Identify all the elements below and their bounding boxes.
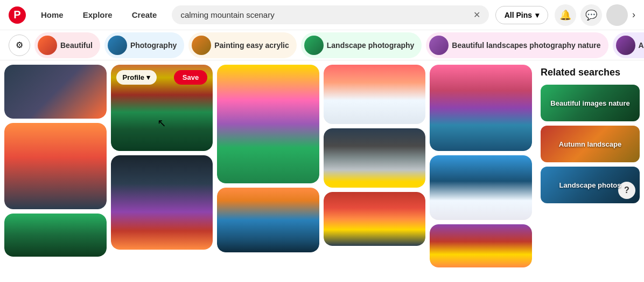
pin-card[interactable] <box>430 224 532 267</box>
related-searches-title: Related searches <box>541 65 640 80</box>
filter-chip-beautiful-nature[interactable]: Beautiful landscapes photography nature <box>426 32 608 58</box>
related-card-nature[interactable]: Beautiful images nature <box>541 85 640 121</box>
filter-chip-beautiful-nature-label: Beautiful landscapes photography nature <box>452 41 600 50</box>
pin-card[interactable] <box>324 65 426 124</box>
all-pins-button[interactable]: All Pins ▾ <box>495 6 548 24</box>
avatar-button[interactable] <box>606 4 628 26</box>
pin-profile-chevron: ▾ <box>146 73 150 81</box>
filter-chip-beautiful[interactable]: Beautiful <box>34 32 100 58</box>
notification-icon: 🔔 <box>559 9 571 21</box>
pins-grid: Profile ▾ Save ↖ <box>0 60 536 282</box>
grid-col-2: Profile ▾ Save ↖ <box>111 65 213 278</box>
nav-explore[interactable]: Explore <box>74 6 121 24</box>
pin-card[interactable] <box>4 123 107 209</box>
grid-col-4 <box>324 65 426 278</box>
related-card-landscape[interactable]: Landscape photos ? <box>541 167 640 203</box>
related-card-autumn[interactable]: Autumn landscape <box>541 126 640 162</box>
message-icon: 💬 <box>585 9 597 21</box>
main-content: Profile ▾ Save ↖ <box>0 60 644 282</box>
header-icons: 🔔 💬 › <box>555 4 635 26</box>
all-pins-chevron-icon: ▾ <box>535 11 539 19</box>
related-card-autumn-label: Autumn landscape <box>559 140 621 148</box>
filter-chip-landscape[interactable]: Landscape photography <box>301 32 422 58</box>
search-input[interactable] <box>180 10 468 19</box>
notification-button[interactable]: 🔔 <box>555 4 576 26</box>
pin-card[interactable] <box>430 65 532 151</box>
related-card-nature-label: Beautiful images nature <box>550 99 629 107</box>
search-clear-icon[interactable]: ✕ <box>473 10 480 20</box>
nav-home[interactable]: Home <box>32 6 72 24</box>
related-card-landscape-label: Landscape photos <box>559 181 621 189</box>
filter-chip-painting[interactable]: Painting easy acrylic <box>188 32 297 58</box>
pin-card[interactable] <box>324 128 426 188</box>
filter-icon: ⚙ <box>16 40 23 50</box>
filter-bar: ⚙ Beautiful Photography Painting easy ac… <box>0 30 644 60</box>
pin-card[interactable] <box>217 65 319 183</box>
pin-card[interactable] <box>324 192 426 246</box>
filter-chip-aesthetic-label: Aesthetic <box>639 41 645 50</box>
all-pins-label: All Pins <box>505 11 532 19</box>
filter-chip-aesthetic[interactable]: Aesthetic <box>613 32 645 58</box>
main-nav: Home Explore Create <box>32 6 165 24</box>
filter-chip-photography[interactable]: Photography <box>104 32 184 58</box>
grid-col-3 <box>217 65 319 278</box>
grid-col-5 <box>430 65 532 278</box>
filter-chip-beautiful-label: Beautiful <box>60 41 93 50</box>
pin-card[interactable] <box>4 65 107 119</box>
pin-card-active[interactable]: Profile ▾ Save ↖ <box>111 65 213 151</box>
account-chevron-icon[interactable]: › <box>632 9 635 20</box>
filter-chip-photography-label: Photography <box>130 41 177 50</box>
grid-col-1 <box>4 65 107 278</box>
filter-chip-painting-label: Painting easy acrylic <box>214 41 289 50</box>
search-bar: ✕ <box>172 5 488 24</box>
pin-card[interactable] <box>111 155 213 250</box>
header: P Home Explore Create ✕ All Pins ▾ 🔔 💬 › <box>0 0 644 30</box>
nav-create[interactable]: Create <box>123 6 166 24</box>
right-sidebar: Related searches Beautiful images nature… <box>536 60 644 282</box>
filter-chip-landscape-label: Landscape photography <box>327 41 415 50</box>
pinterest-logo[interactable]: P <box>9 6 26 24</box>
message-button[interactable]: 💬 <box>580 4 602 26</box>
filter-options-button[interactable]: ⚙ <box>9 35 30 56</box>
pin-save-button[interactable]: Save <box>174 70 207 85</box>
pin-profile-button[interactable]: Profile ▾ <box>116 70 157 85</box>
pin-card[interactable] <box>430 155 532 220</box>
pin-profile-label: Profile <box>123 73 144 81</box>
pin-card[interactable] <box>4 214 107 257</box>
pin-card[interactable] <box>217 188 319 252</box>
